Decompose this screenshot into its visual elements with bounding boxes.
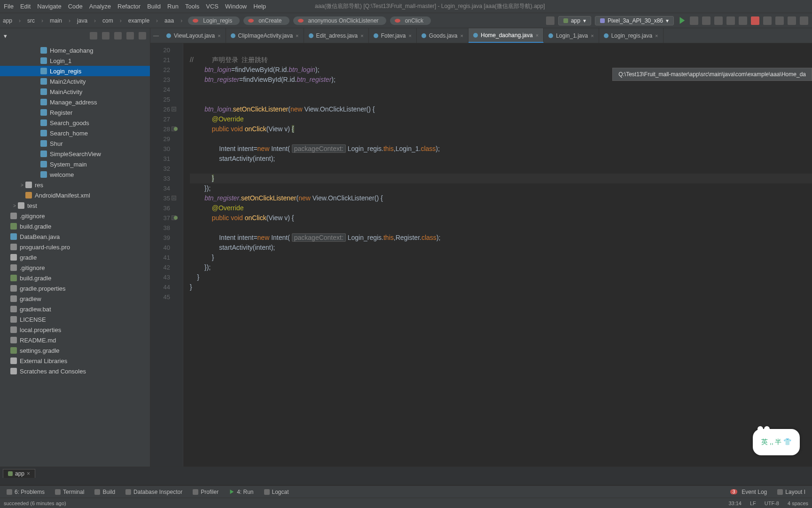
- close-icon[interactable]: ×: [296, 33, 298, 39]
- code-line[interactable]: startActivity(intent);: [190, 154, 812, 164]
- tool-problems[interactable]: 6: Problems: [2, 489, 49, 495]
- menu-vcs[interactable]: VCS: [206, 3, 219, 10]
- menu-run[interactable]: Run: [167, 3, 179, 10]
- tree-node[interactable]: Register: [0, 107, 150, 118]
- menu-tools[interactable]: Tools: [185, 3, 199, 10]
- code-line[interactable]: });: [190, 262, 812, 272]
- code-line[interactable]: [190, 45, 812, 55]
- sync-gradle-icon[interactable]: [788, 16, 796, 25]
- tree-node[interactable]: build.gradle: [0, 273, 150, 283]
- tree-node[interactable]: Login_regis: [0, 66, 150, 76]
- code-line[interactable]: }: [190, 282, 812, 292]
- coverage-icon[interactable]: [739, 16, 747, 25]
- tool-run[interactable]: 4: Run: [224, 489, 258, 495]
- editor-tab[interactable]: Login_1.java×: [544, 28, 599, 43]
- make-icon[interactable]: [546, 16, 554, 25]
- menu-navigate[interactable]: Navigate: [37, 3, 61, 10]
- tree-node[interactable]: Manage_address: [0, 97, 150, 107]
- breadcrumb-method[interactable]: onCreate: [243, 16, 289, 25]
- project-tree[interactable]: Home_daohangLogin_1Login_regisMain2Activ…: [0, 43, 150, 467]
- tree-node[interactable]: External Libraries: [0, 356, 150, 366]
- close-icon[interactable]: ×: [360, 33, 363, 39]
- tree-node[interactable]: SimpleSearchView: [0, 149, 150, 159]
- tree-node[interactable]: proguard-rules.pro: [0, 242, 150, 252]
- breadcrumb-part[interactable]: java: [74, 17, 90, 24]
- collapse-all-icon[interactable]: [114, 32, 122, 40]
- code-line[interactable]: [190, 95, 812, 104]
- apply-changes-icon[interactable]: [690, 16, 698, 25]
- tool-terminal[interactable]: Terminal: [50, 489, 89, 495]
- ime-float-widget[interactable]: 英 ˌˌ 半 👕: [753, 429, 800, 455]
- tree-node[interactable]: DataBean.java: [0, 231, 150, 242]
- editor-tab[interactable]: Home_daohang.java×: [468, 28, 544, 43]
- tree-node[interactable]: welcome: [0, 169, 150, 180]
- run-tool-window-body[interactable]: [0, 480, 812, 485]
- tool-db-inspector[interactable]: Database Inspector: [121, 489, 187, 495]
- project-view-selector[interactable]: ▾: [0, 32, 7, 40]
- debug-icon[interactable]: [702, 16, 710, 25]
- tree-node[interactable]: Search_home: [0, 128, 150, 138]
- tree-node[interactable]: gradlew: [0, 294, 150, 304]
- tree-node[interactable]: .gitignore: [0, 262, 150, 273]
- close-icon[interactable]: ×: [655, 33, 658, 39]
- menu-analyze[interactable]: Analyze: [89, 3, 111, 10]
- code-line[interactable]: public void onClick(View v) {: [190, 124, 812, 134]
- gutter[interactable]: 20212223242526-2728-29303132333435-3637-…: [150, 43, 177, 467]
- code-line[interactable]: });: [190, 183, 812, 193]
- fold-icon[interactable]: -: [172, 196, 176, 200]
- code-line[interactable]: btn_register.setOnClickListener(new View…: [190, 193, 812, 203]
- tree-node[interactable]: gradle.properties: [0, 283, 150, 294]
- tree-node[interactable]: .gitignore: [0, 211, 150, 221]
- tree-node[interactable]: gradlew.bat: [0, 304, 150, 314]
- code-line[interactable]: [190, 223, 812, 233]
- tree-node[interactable]: settings.gradle: [0, 345, 150, 356]
- menu-refactor[interactable]: Refactor: [117, 3, 141, 10]
- tree-node[interactable]: Shur: [0, 138, 150, 149]
- menu-file[interactable]: File: [4, 3, 14, 10]
- avd-manager-icon[interactable]: [763, 16, 772, 25]
- editor-tab[interactable]: ViewLayout.java×: [162, 28, 226, 43]
- tree-node[interactable]: Scratches and Consoles: [0, 366, 150, 376]
- tree-node[interactable]: local.properties: [0, 325, 150, 335]
- tree-node[interactable]: build.gradle: [0, 221, 150, 231]
- editor-tab[interactable]: ClipImageActivity.java×: [226, 28, 304, 43]
- editor-tab[interactable]: Edit_adress.java×: [304, 28, 369, 43]
- tree-node[interactable]: gradle: [0, 252, 150, 262]
- close-icon[interactable]: ×: [27, 470, 30, 477]
- code-line[interactable]: @Override: [190, 114, 812, 124]
- device-selector[interactable]: Pixel_3a_API_30_x86 ▾: [595, 16, 674, 25]
- fold-icon[interactable]: -: [172, 107, 176, 111]
- attach-debugger-icon[interactable]: [726, 16, 735, 25]
- breadcrumb-anon[interactable]: anonymous OnClickListener: [293, 16, 386, 25]
- close-icon[interactable]: ×: [218, 33, 220, 39]
- code-line[interactable]: public void onClick(View v) {: [190, 213, 812, 223]
- override-gutter-icon[interactable]: [174, 216, 178, 220]
- code-line[interactable]: startActivity(intent);: [190, 243, 812, 253]
- settings-icon[interactable]: [126, 32, 134, 40]
- profile-icon[interactable]: [714, 16, 723, 25]
- file-encoding[interactable]: UTF-8: [765, 500, 779, 506]
- search-everywhere-icon[interactable]: [800, 16, 808, 25]
- stop-icon[interactable]: [751, 16, 759, 25]
- expand-all-icon[interactable]: [102, 32, 109, 40]
- tool-event-log[interactable]: 3Event Log: [726, 489, 772, 495]
- editor-tabs[interactable]: — ViewLayout.java×ClipImageActivity.java…: [150, 28, 812, 43]
- code-line[interactable]: Intent intent=new Intent( packageContext…: [190, 233, 812, 243]
- close-icon[interactable]: ×: [408, 33, 411, 39]
- breadcrumb-part[interactable]: src: [24, 17, 38, 24]
- code-line[interactable]: [190, 134, 812, 144]
- tool-build[interactable]: Build: [90, 489, 120, 495]
- editor-tab[interactable]: Foter.java×: [369, 28, 417, 43]
- menu-code[interactable]: Code: [68, 3, 83, 10]
- breadcrumb-part[interactable]: example: [125, 17, 152, 24]
- menu-window[interactable]: Window: [225, 3, 247, 10]
- close-icon[interactable]: ×: [461, 33, 463, 39]
- code-line[interactable]: Intent intent=new Intent( packageContext…: [190, 144, 812, 154]
- tool-layout-inspector[interactable]: Layout I: [773, 489, 810, 495]
- code-editor[interactable]: 20212223242526-2728-29303132333435-3637-…: [150, 43, 812, 467]
- code-line[interactable]: }: [190, 174, 812, 183]
- tree-node[interactable]: LICENSE: [0, 314, 150, 325]
- tree-node[interactable]: >res: [0, 180, 150, 190]
- override-gutter-icon[interactable]: [174, 127, 178, 131]
- tool-logcat[interactable]: Logcat: [259, 489, 294, 495]
